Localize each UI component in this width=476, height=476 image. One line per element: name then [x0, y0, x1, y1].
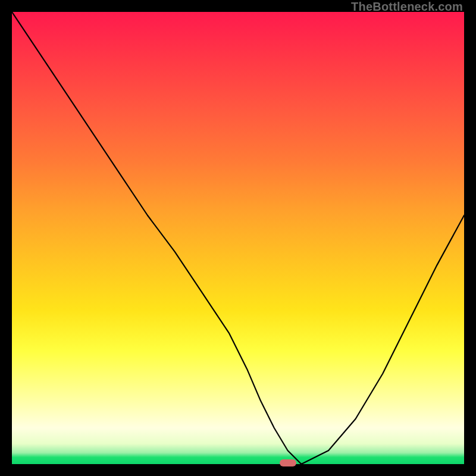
optimal-marker [280, 459, 296, 466]
plot-area [12, 12, 464, 464]
bottleneck-curve [12, 12, 464, 464]
chart-container: TheBottleneck.com [0, 0, 476, 476]
